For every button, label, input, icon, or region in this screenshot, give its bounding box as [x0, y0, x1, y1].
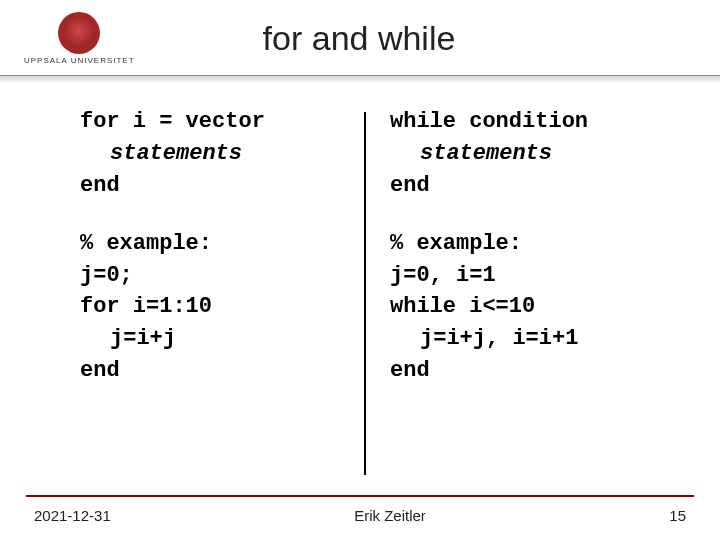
for-example-loop: for i=1:10 — [80, 291, 340, 323]
university-name: UPPSALA UNIVERSITET — [24, 56, 135, 65]
footer-author: Erik Zeitler — [354, 507, 426, 524]
slide-title: for and while — [263, 19, 456, 58]
footer-date: 2021-12-31 — [34, 507, 111, 524]
for-column: for i = vector statements end % example:… — [80, 106, 340, 481]
footer: 2021-12-31 Erik Zeitler 15 — [0, 497, 720, 540]
for-syntax-statements: statements — [80, 138, 340, 170]
for-example-body: j=i+j — [80, 323, 340, 355]
for-syntax-end: end — [80, 170, 340, 202]
while-syntax-line1: while condition — [390, 106, 650, 138]
while-example-body: j=i+j, i=i+1 — [390, 323, 650, 355]
while-example-init: j=0, i=1 — [390, 260, 650, 292]
for-example-init: j=0; — [80, 260, 340, 292]
header-shadow — [0, 76, 720, 82]
university-logo: UPPSALA UNIVERSITET — [24, 12, 135, 65]
while-syntax-end: end — [390, 170, 650, 202]
for-example-comment: % example: — [80, 228, 340, 260]
while-column: while condition statements end % example… — [390, 106, 650, 481]
while-syntax-statements: statements — [390, 138, 650, 170]
content-body: for i = vector statements end % example:… — [0, 106, 720, 481]
while-example-loop: while i<=10 — [390, 291, 650, 323]
while-example-end: end — [390, 355, 650, 387]
seal-icon — [58, 12, 100, 54]
header: UPPSALA UNIVERSITET for and while — [0, 0, 720, 73]
slide: UPPSALA UNIVERSITET for and while for i … — [0, 0, 720, 540]
for-example-end: end — [80, 355, 340, 387]
footer-page: 15 — [669, 507, 686, 524]
for-syntax-line1: for i = vector — [80, 106, 340, 138]
column-divider — [364, 112, 366, 475]
while-example-comment: % example: — [390, 228, 650, 260]
